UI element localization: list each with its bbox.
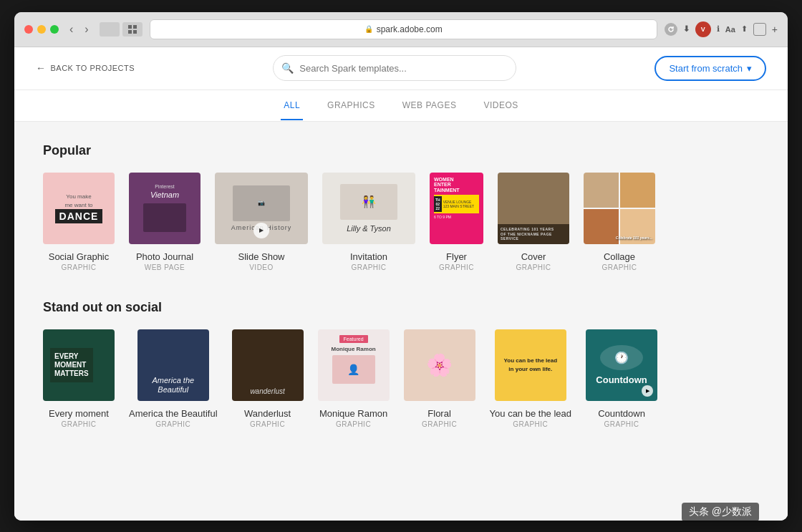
search-input[interactable]: [273, 55, 516, 81]
tab-overview-icon[interactable]: [753, 23, 766, 36]
invitation-thumbnail: 👫 Lilly & Tyson: [322, 173, 415, 244]
main-scroll[interactable]: Popular You makeme want to DANCE Social …: [14, 122, 788, 521]
template-cover[interactable]: CELEBRATING 101 YEARSOF THE NICKNAME PAG…: [498, 173, 569, 271]
slide-show-type: VIDEO: [249, 263, 274, 271]
collage-cell-1: [584, 173, 619, 208]
traffic-lights: [24, 25, 59, 34]
wanderlust-type: GRAPHIC: [250, 420, 285, 428]
invitation-name: Invitation: [350, 251, 387, 262]
wanderlust-text: wanderlust: [250, 387, 284, 395]
aa-icon[interactable]: Aa: [725, 25, 735, 34]
close-button[interactable]: [24, 25, 33, 34]
america-name: America the Beautiful: [129, 408, 218, 419]
floral-type: GRAPHIC: [422, 420, 457, 428]
social-graphic-name: Social Graphic: [49, 251, 110, 262]
start-from-scratch-button[interactable]: Start from scratch ▾: [654, 56, 766, 81]
countdown-text: Countdown: [596, 374, 647, 385]
template-america[interactable]: America theBeautiful America the Beautif…: [129, 329, 218, 428]
popular-template-grid: You makeme want to DANCE Social Graphic …: [43, 173, 759, 271]
template-social-graphic[interactable]: You makeme want to DANCE Social Graphic …: [43, 173, 115, 271]
play-button[interactable]: ▶: [253, 223, 269, 238]
you-can-name: You can be the lead: [490, 408, 571, 419]
you-can-type: GRAPHIC: [513, 420, 548, 428]
share-icon[interactable]: ⬆: [741, 24, 748, 34]
search-bar: 🔍: [273, 55, 516, 81]
template-you-can[interactable]: You can be the leadin your own life. You…: [490, 329, 571, 428]
browser-icons-left: [100, 22, 142, 37]
flyer-date-bar: TH0222 VENUE LOUNGE123 MAIN STREET: [434, 195, 479, 213]
template-monique[interactable]: Featured Monique Ramon 👤 Monique Ramon G…: [318, 329, 390, 428]
tab-webpages-label: WEB PAGES: [402, 100, 457, 110]
tab-webpages[interactable]: WEB PAGES: [400, 92, 460, 120]
grid-view-icon[interactable]: [122, 22, 142, 37]
svg-rect-1: [133, 25, 137, 29]
flyer-thumbnail: WOMENENTERTAINMENT TH0222 VENUE LOUNGE12…: [430, 173, 483, 244]
social-graphic-thumbnail: You makeme want to DANCE: [43, 173, 115, 244]
floral-thumbnail: 🌸: [404, 329, 475, 401]
template-countdown[interactable]: 🕐 Countdown ▶ Countdown GRAPHIC: [586, 329, 657, 428]
tab-all-label: ALL: [284, 100, 300, 110]
template-wanderlust[interactable]: wanderlust Wanderlust GRAPHIC: [232, 329, 304, 428]
template-photo-journal[interactable]: Pinterest Vietnam Photo Journal WEB PAGE: [129, 173, 200, 271]
tab-videos[interactable]: VIDEOS: [480, 92, 521, 120]
nav-buttons: ‹ ›: [66, 21, 92, 37]
cover-thumbnail: CELEBRATING 101 YEARSOF THE NICKNAME PAG…: [498, 173, 569, 244]
photo-journal-name: Photo Journal: [136, 251, 193, 262]
new-tab-icon[interactable]: +: [772, 24, 778, 35]
collage-thumbnail: Celebrate 101 years...: [584, 173, 655, 244]
info-icon[interactable]: ℹ: [717, 24, 720, 34]
america-thumbnail: America theBeautiful: [137, 329, 209, 401]
refresh-icon[interactable]: [665, 23, 677, 36]
tab-graphics-label: GRAPHICS: [327, 100, 375, 110]
template-collage[interactable]: Celebrate 101 years... Collage GRAPHIC: [584, 173, 655, 271]
cover-overlay-text: CELEBRATING 101 YEARSOF THE NICKNAME PAG…: [498, 224, 569, 244]
cover-name: Cover: [521, 251, 546, 262]
photo-journal-thumbnail: Pinterest Vietnam: [129, 173, 200, 244]
user-avatar[interactable]: V: [695, 21, 711, 37]
every-moment-name: Every moment: [49, 408, 109, 419]
social-template-grid: Everymomentmatters Every moment GRAPHIC …: [43, 329, 759, 442]
monique-name: Monique Ramon: [319, 408, 387, 419]
fullscreen-button[interactable]: [50, 25, 59, 34]
tab-all[interactable]: ALL: [281, 92, 303, 120]
countdown-play-icon[interactable]: ▶: [642, 385, 653, 397]
floral-icon: 🌸: [426, 352, 453, 377]
template-slide-show[interactable]: 📷 American History ▶ Slide Show VIDEO: [215, 173, 308, 271]
minimize-button[interactable]: [37, 25, 46, 34]
cover-subtitle: CELEBRATING 101 YEARSOF THE NICKNAME PAG…: [501, 227, 566, 241]
invitation-type: GRAPHIC: [351, 263, 386, 271]
photo-journal-thumb-content: Pinterest Vietnam: [143, 184, 186, 232]
every-moment-text-block: Everymomentmatters: [50, 348, 93, 382]
template-flyer[interactable]: WOMENENTERTAINMENT TH0222 VENUE LOUNGE12…: [430, 173, 483, 271]
template-floral[interactable]: 🌸 Floral GRAPHIC: [404, 329, 475, 428]
tab-graphics[interactable]: GRAPHICS: [324, 92, 378, 120]
browser-window: ‹ › 🔒 spark.adobe.com ⬇: [14, 12, 788, 521]
slide-show-name: Slide Show: [238, 251, 284, 262]
address-bar[interactable]: 🔒 spark.adobe.com: [150, 19, 657, 39]
browser-chrome: ‹ › 🔒 spark.adobe.com ⬇: [14, 12, 788, 47]
wanderlust-thumbnail: wanderlust: [232, 329, 304, 401]
invitation-photo-icon: 👫: [362, 195, 376, 208]
floral-name: Floral: [427, 408, 451, 419]
template-every-moment[interactable]: Everymomentmatters Every moment GRAPHIC: [43, 329, 115, 428]
back-arrow-icon: ←: [36, 62, 47, 74]
flyer-venue-text: VENUE LOUNGE123 MAIN STREET: [443, 200, 474, 208]
collage-cell-2: [620, 173, 655, 208]
download-icon[interactable]: ⬇: [683, 24, 690, 34]
flyer-time-text: 6 TO 9 PM: [434, 215, 451, 219]
collage-type: GRAPHIC: [602, 263, 637, 271]
slideshow-image: 📷: [233, 185, 290, 221]
reading-mode-icon[interactable]: [100, 22, 120, 37]
monique-badge: Featured: [339, 335, 368, 343]
collage-grid: [584, 173, 655, 244]
pinterest-label: Pinterest: [143, 184, 186, 189]
back-nav-button[interactable]: ‹: [66, 21, 77, 37]
america-text: America theBeautiful: [152, 376, 194, 395]
template-invitation[interactable]: 👫 Lilly & Tyson Invitation GRAPHIC: [322, 173, 415, 271]
url-text: spark.adobe.com: [377, 24, 443, 34]
slideshow-thumbnail: 📷 American History ▶: [215, 173, 308, 244]
forward-nav-button[interactable]: ›: [81, 21, 92, 37]
countdown-circle: 🕐: [600, 345, 643, 370]
back-to-projects-link[interactable]: ← BACK TO PROJECTS: [36, 62, 135, 74]
flyer-name: Flyer: [446, 251, 467, 262]
